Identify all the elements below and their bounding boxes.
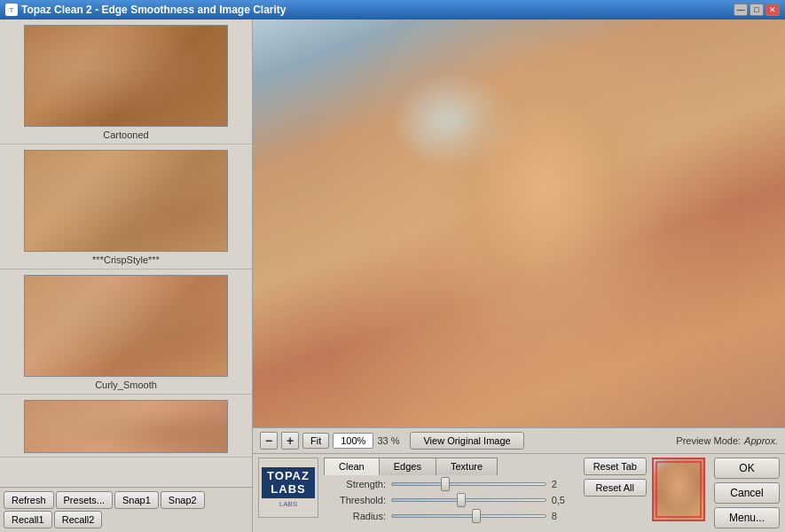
- topaz-logo: TOPAZ LABS: [262, 467, 315, 498]
- preset-label: Cartooned: [103, 129, 148, 140]
- preset-label: Curly_Smooth: [95, 379, 157, 390]
- preset-thumbnail: [24, 150, 228, 252]
- slider-row-radius: Radius: 8: [324, 511, 578, 521]
- preset-thumbnail: [24, 275, 228, 377]
- threshold-value: 0,5: [552, 495, 578, 505]
- radius-value: 8: [552, 511, 578, 521]
- tabs-sliders: Clean Edges Texture Strength: 2 Threshol…: [324, 458, 578, 527]
- action-buttons-column: OK Cancel Menu...: [714, 458, 780, 528]
- title-controls: — □ ✕: [734, 4, 780, 16]
- view-original-button[interactable]: View Original Image: [410, 432, 523, 450]
- controls-panel: TOPAZ LABS LABS Clean Edges Texture Stre…: [253, 453, 785, 532]
- menu-button[interactable]: Menu...: [714, 507, 780, 528]
- logo-area: TOPAZ LABS LABS: [258, 458, 318, 518]
- toolbar: − + Fit 100% 33 % View Original Image Pr…: [253, 427, 785, 453]
- slider-row-threshold: Threshold: 0,5: [324, 495, 578, 505]
- preset-item[interactable]: [0, 395, 252, 458]
- tab-row: Clean Edges Texture: [324, 458, 578, 475]
- recall2-button[interactable]: Recall2: [54, 511, 103, 528]
- radius-slider[interactable]: [391, 514, 546, 518]
- reset-column: Reset Tab Reset All: [584, 458, 647, 497]
- left-panel: Cartooned ***CrispStyle*** Curly_Smooth: [0, 20, 253, 532]
- preset-item[interactable]: Cartooned: [0, 20, 252, 145]
- preset-label: ***CrispStyle***: [92, 254, 160, 265]
- app-icon: T: [5, 4, 18, 16]
- close-button[interactable]: ✕: [765, 4, 780, 16]
- strength-label: Strength:: [324, 479, 386, 489]
- bottom-buttons: Refresh Presets... Snap1 Snap2 Recall1 R…: [0, 487, 252, 532]
- preset-item[interactable]: ***CrispStyle***: [0, 145, 252, 270]
- zoom-percent-label: 33 %: [377, 435, 399, 446]
- cancel-button[interactable]: Cancel: [714, 482, 780, 504]
- radius-thumb[interactable]: [472, 509, 481, 523]
- preset-thumbnail: [24, 400, 228, 453]
- preview-mode-label: Preview Mode:: [676, 435, 741, 446]
- recall1-button[interactable]: Recall1: [4, 511, 52, 528]
- zoom-plus-button[interactable]: +: [281, 432, 299, 450]
- preview-image: [253, 20, 785, 427]
- maximize-button[interactable]: □: [750, 4, 764, 16]
- slider-row-strength: Strength: 2: [324, 479, 578, 489]
- right-panel: − + Fit 100% 33 % View Original Image Pr…: [253, 20, 785, 532]
- preset-thumbnail: [24, 25, 228, 127]
- preset-item[interactable]: Curly_Smooth: [0, 270, 252, 395]
- strength-thumb[interactable]: [441, 477, 450, 491]
- thumb-face-preview: [654, 459, 703, 520]
- title-bar: T Topaz Clean 2 - Edge Smoothness and Im…: [0, 0, 785, 20]
- face-overlay: [253, 20, 785, 427]
- tab-texture[interactable]: Texture: [436, 458, 498, 475]
- main-container: Cartooned ***CrispStyle*** Curly_Smooth: [0, 20, 785, 532]
- zoom-level-display: 100%: [333, 433, 373, 449]
- fit-button[interactable]: Fit: [302, 433, 329, 449]
- threshold-label: Threshold:: [324, 495, 386, 505]
- image-thumbnail[interactable]: [652, 458, 705, 521]
- tab-edges[interactable]: Edges: [379, 458, 436, 475]
- refresh-button[interactable]: Refresh: [4, 491, 54, 509]
- presets-button[interactable]: Presets...: [56, 491, 113, 509]
- preview-mode-value: Approx.: [744, 435, 778, 446]
- minimize-button[interactable]: —: [734, 4, 748, 16]
- reset-all-button[interactable]: Reset All: [584, 479, 647, 497]
- strength-value: 2: [552, 479, 578, 489]
- threshold-slider[interactable]: [391, 498, 546, 502]
- preset-list[interactable]: Cartooned ***CrispStyle*** Curly_Smooth: [0, 20, 252, 487]
- logo-subtitle: LABS: [279, 500, 297, 508]
- tab-clean[interactable]: Clean: [324, 458, 380, 475]
- snap2-button[interactable]: Snap2: [161, 491, 205, 509]
- threshold-thumb[interactable]: [457, 493, 466, 507]
- window-title: Topaz Clean 2 - Edge Smoothness and Imag…: [21, 4, 287, 16]
- radius-label: Radius:: [324, 511, 386, 521]
- zoom-minus-button[interactable]: −: [260, 432, 278, 450]
- thumbnail-action-column: [652, 458, 705, 521]
- strength-slider[interactable]: [391, 482, 546, 486]
- reset-tab-button[interactable]: Reset Tab: [584, 458, 647, 475]
- preview-area[interactable]: [253, 20, 785, 427]
- snap1-button[interactable]: Snap1: [114, 491, 159, 509]
- ok-button[interactable]: OK: [714, 458, 780, 479]
